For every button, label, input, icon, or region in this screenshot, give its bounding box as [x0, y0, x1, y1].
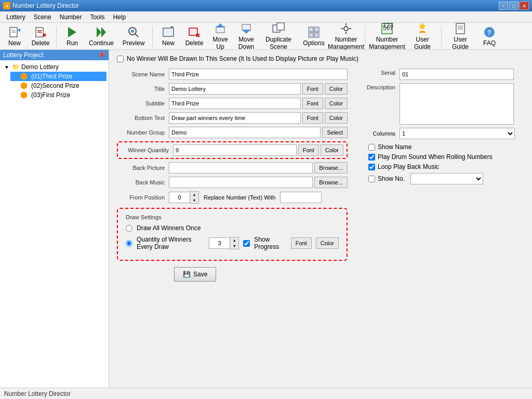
toolbar-user-guide[interactable]: User Guide	[445, 25, 476, 48]
bottom-text-color-btn[interactable]: Color	[325, 112, 348, 124]
toolbar-move-down[interactable]: Move Down	[234, 25, 259, 48]
from-position-input-group: ▲ ▼ Replace Number (Text) With	[169, 191, 348, 204]
serial-label: Serial	[358, 69, 400, 76]
winner-quantity-font-btn[interactable]: Font	[298, 144, 319, 156]
from-position-row: From Position ▲ ▼ Replace Number (Text) …	[117, 191, 348, 204]
number-group-row: Number Group Select	[117, 127, 348, 138]
save-button[interactable]: 💾 Save	[174, 267, 216, 282]
back-music-browse-btn[interactable]: Browse...	[314, 177, 348, 188]
scene-name-input[interactable]	[169, 69, 348, 80]
hex-icon-third	[20, 73, 28, 80]
bottom-text-font-btn[interactable]: Font	[302, 112, 323, 124]
show-progress-checkbox[interactable]	[243, 240, 250, 247]
tree-item-first[interactable]: (03)First Prize	[10, 90, 107, 100]
toolbar-number-mgmt-label: Number Management	[369, 36, 405, 50]
draw-all-radio[interactable]	[126, 225, 132, 232]
continue-icon	[95, 26, 108, 38]
draw-quantity-spinbox: ▲ ▼	[209, 237, 239, 249]
subtitle-color-btn[interactable]: Color	[325, 98, 348, 109]
title-font-btn[interactable]: Font	[302, 83, 323, 95]
draw-all-label: Draw All Winners Once	[137, 224, 201, 232]
options-icon	[340, 22, 352, 35]
winner-quantity-input[interactable]	[173, 144, 297, 156]
svg-marker-9	[97, 27, 101, 37]
subtitle-font-btn[interactable]: Font	[302, 98, 323, 109]
draw-qty-up-btn[interactable]: ▲	[230, 237, 238, 243]
move-up-icon	[214, 22, 227, 35]
subtitle-row: Subtitle Font Color	[117, 98, 348, 109]
close-button[interactable]: ✕	[520, 2, 529, 10]
toolbar-faq[interactable]: ? FAQ	[477, 25, 502, 48]
show-name-checkbox[interactable]	[368, 144, 375, 151]
title-input[interactable]	[169, 83, 301, 95]
play-drum-checkbox[interactable]	[368, 154, 375, 161]
tree-root[interactable]: ▼ 📁 Demo Lottery	[2, 62, 107, 72]
serial-input[interactable]	[400, 69, 514, 80]
run-icon	[66, 26, 78, 38]
toolbar-preview[interactable]: Preview	[118, 25, 149, 48]
from-position-input[interactable]	[169, 192, 190, 203]
number-group-input-group: Select	[169, 127, 348, 138]
columns-select[interactable]: 1 2 3 4	[400, 128, 515, 139]
bottom-text-input[interactable]	[169, 112, 301, 124]
toolbar-new-lottery[interactable]: New	[2, 25, 27, 48]
toolbar-layout[interactable]: Options	[298, 25, 329, 48]
draw-color-btn[interactable]: Color	[316, 237, 339, 249]
back-picture-browse-btn[interactable]: Browse...	[314, 162, 348, 174]
subtitle-label: Subtitle	[117, 100, 169, 107]
maximize-button[interactable]: □	[509, 2, 518, 10]
toolbar-number-mgmt[interactable]: 12345678 Number Management	[368, 25, 406, 48]
loop-play-checkbox[interactable]	[368, 164, 375, 170]
form-section: Scene Name Title Font Color Subtitle	[117, 69, 524, 282]
draw-qty-down-btn[interactable]: ▼	[230, 243, 238, 249]
toolbar-run[interactable]: Run	[60, 25, 85, 48]
replace-input[interactable]	[280, 192, 322, 203]
menu-scene[interactable]: Scene	[30, 12, 56, 22]
toolbar-winners-label: User Guide	[408, 36, 436, 50]
minimize-button[interactable]: −	[499, 2, 508, 10]
back-music-row: Back Music Browse...	[117, 177, 348, 188]
layout-icon	[308, 26, 320, 38]
main-area: Lottery Project 📌 ▼ 📁 Demo Lottery (01)T…	[0, 50, 532, 388]
title-input-group: Font Color	[169, 83, 348, 95]
svg-rect-25	[314, 27, 319, 32]
description-textarea[interactable]	[400, 83, 514, 125]
toolbar-options[interactable]: Number Management	[330, 25, 362, 48]
toolbar-delete-lottery[interactable]: Delete	[28, 25, 53, 48]
draw-font-btn[interactable]: Font	[291, 237, 312, 249]
menu-tools[interactable]: Tools	[86, 12, 109, 22]
winner-quantity-color-btn[interactable]: Color	[321, 144, 343, 156]
toolbar-new-scene[interactable]: New	[156, 25, 181, 48]
no-winner-checkbox[interactable]	[117, 56, 124, 62]
toolbar-duplicate[interactable]: Duplicate Scene	[260, 25, 297, 48]
from-position-up-btn[interactable]: ▲	[190, 192, 198, 197]
number-group-select-btn[interactable]: Select	[322, 127, 348, 138]
draw-quantity-input[interactable]	[209, 237, 230, 249]
tree-item-second[interactable]: (02)Second Prize	[10, 81, 107, 90]
menu-help[interactable]: Help	[109, 12, 130, 22]
show-no-select[interactable]	[410, 173, 483, 184]
toolbar-winners[interactable]: User Guide	[407, 25, 438, 48]
svg-text:5678: 5678	[383, 24, 393, 32]
form-left: Scene Name Title Font Color Subtitle	[117, 69, 348, 282]
toolbar-delete-scene[interactable]: Delete	[182, 25, 207, 48]
menu-lottery[interactable]: Lottery	[2, 12, 30, 22]
menu-number[interactable]: Number	[56, 12, 86, 22]
back-music-input[interactable]	[169, 177, 313, 188]
number-group-input[interactable]	[169, 127, 321, 138]
from-position-down-btn[interactable]: ▼	[190, 197, 198, 203]
title-color-btn[interactable]: Color	[325, 83, 348, 95]
show-name-row: Show Name	[368, 143, 524, 151]
show-no-checkbox[interactable]	[368, 176, 375, 182]
tree-item-third[interactable]: (01)Third Prize	[10, 72, 107, 81]
tree-item-second-spacer	[12, 83, 19, 89]
tree-item-first-spacer	[12, 92, 19, 98]
back-picture-input[interactable]	[169, 162, 313, 174]
toolbar-continue[interactable]: Continue	[86, 25, 117, 48]
form-right: Serial Description Columns 1 2 3 4	[358, 69, 524, 282]
toolbar-preview-label: Preview	[123, 39, 145, 47]
draw-quantity-radio[interactable]	[126, 240, 132, 247]
description-label: Description	[358, 83, 400, 90]
toolbar-move-up[interactable]: Move Up	[208, 25, 233, 48]
subtitle-input[interactable]	[169, 98, 301, 109]
